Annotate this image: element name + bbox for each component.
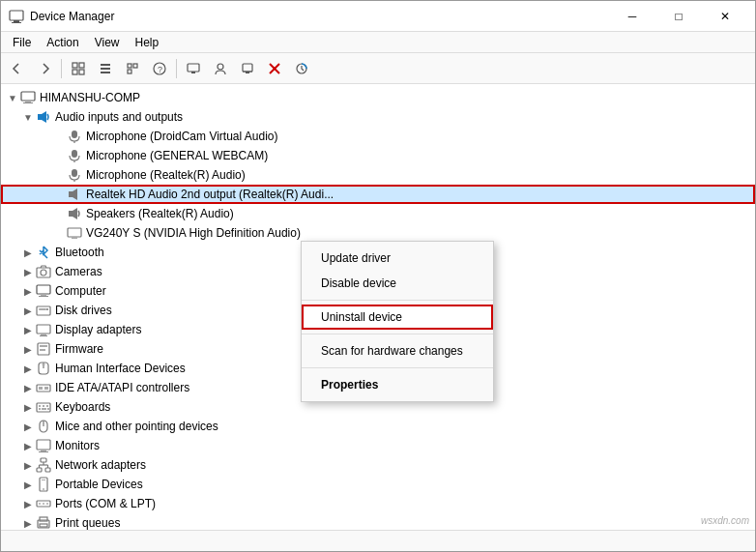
mice-expander[interactable]: ▶: [20, 417, 36, 436]
menu-file[interactable]: File: [5, 34, 39, 51]
tree-item-audio[interactable]: ▼ Audio inputs and outputs: [1, 107, 755, 127]
disk-expander[interactable]: ▶: [20, 301, 36, 320]
toolbar-sep-2: [176, 59, 177, 78]
monitor-icon: [36, 438, 51, 453]
toolbar-sep-1: [61, 59, 62, 78]
help-toolbar-button[interactable]: ?: [147, 56, 172, 81]
audio-expander[interactable]: ▼: [20, 107, 36, 127]
svg-rect-61: [37, 403, 50, 412]
svg-rect-64: [46, 405, 48, 407]
toolbar-btn-3[interactable]: [66, 56, 91, 81]
keyboards-label: Keyboards: [55, 400, 110, 414]
tree-item-mic-realtek[interactable]: ▶ Microphone (Realtek(R) Audio): [1, 165, 755, 185]
remove-button[interactable]: [262, 56, 287, 81]
tree-item-realtek-2nd[interactable]: ▶ Realtek HD Audio 2nd output (Realtek(R…: [1, 185, 755, 204]
svg-point-48: [46, 308, 48, 310]
network-expander[interactable]: ▶: [20, 455, 36, 475]
back-button[interactable]: [5, 56, 30, 81]
ports-expander[interactable]: ▶: [20, 494, 36, 513]
forward-button[interactable]: [32, 56, 57, 81]
scan-button[interactable]: [289, 56, 314, 81]
portable-expander[interactable]: ▶: [20, 475, 36, 494]
ctx-properties[interactable]: Properties: [302, 372, 493, 397]
svg-point-87: [46, 503, 48, 505]
svg-rect-62: [39, 405, 41, 407]
svg-rect-20: [246, 72, 249, 73]
svg-rect-4: [79, 63, 84, 68]
minimize-button[interactable]: ─: [610, 3, 654, 30]
svg-rect-65: [39, 408, 41, 410]
svg-rect-9: [101, 72, 110, 73]
tree-item-vg240y[interactable]: ▶ VG240Y S (NVIDIA High Definition Audio…: [1, 223, 755, 243]
svg-text:?: ?: [158, 65, 162, 74]
svg-rect-72: [41, 450, 46, 451]
svg-marker-36: [73, 189, 77, 200]
tree-item-portable[interactable]: ▶ Portable Devices: [1, 475, 755, 494]
ide-expander[interactable]: ▶: [20, 378, 36, 397]
computer-icon: [20, 90, 36, 105]
disk-label: Disk drives: [55, 304, 112, 317]
keyboard-icon: [36, 399, 51, 415]
svg-rect-11: [133, 64, 137, 68]
content-area: ▼ HIMANSHU-COMP ▼ Audio inputs and outpu…: [1, 84, 755, 530]
cameras-expander[interactable]: ▶: [20, 262, 36, 281]
ctx-scan-hardware[interactable]: Scan for hardware changes: [302, 338, 493, 363]
hid-icon: [36, 361, 51, 376]
tree-item-mic-droid[interactable]: ▶ Microphone (DroidCam Virtual Audio): [1, 127, 755, 146]
svg-rect-44: [41, 294, 46, 296]
svg-rect-16: [191, 72, 195, 73]
display-label: Display adapters: [55, 323, 141, 336]
svg-marker-38: [73, 208, 77, 219]
tree-item-ports[interactable]: ▶ Ports (COM & LPT): [1, 494, 755, 513]
toolbar-btn-7[interactable]: [181, 56, 206, 81]
svg-rect-47: [39, 308, 46, 310]
menu-bar: File Action View Help: [1, 32, 755, 53]
print-icon: [36, 515, 51, 530]
keyboards-expander[interactable]: ▶: [20, 397, 36, 417]
ctx-disable-device[interactable]: Disable device: [302, 271, 493, 296]
svg-marker-28: [42, 111, 46, 123]
audio-label: Audio inputs and outputs: [55, 110, 183, 124]
ctx-uninstall-device[interactable]: Uninstall device: [302, 305, 493, 330]
menu-action[interactable]: Action: [39, 34, 86, 51]
svg-rect-2: [12, 22, 21, 23]
tree-root[interactable]: ▼ HIMANSHU-COMP: [1, 88, 755, 107]
root-expander[interactable]: ▼: [5, 88, 20, 107]
hdmi-icon: [67, 225, 82, 241]
title-left: Device Manager: [9, 9, 114, 24]
print-expander[interactable]: ▶: [20, 513, 36, 530]
tree-item-speakers[interactable]: ▶ Speakers (Realtek(R) Audio): [1, 204, 755, 223]
ctx-update-driver[interactable]: Update driver: [302, 246, 493, 271]
maximize-button[interactable]: □: [656, 3, 701, 30]
speaker-icon: [67, 187, 82, 202]
svg-rect-26: [23, 102, 33, 103]
tree-item-monitors[interactable]: ▶ Monitors: [1, 436, 755, 455]
toolbar-btn-5[interactable]: [120, 56, 145, 81]
svg-point-82: [43, 488, 44, 490]
menu-help[interactable]: Help: [128, 34, 167, 51]
hid-expander[interactable]: ▶: [20, 359, 36, 378]
computer-expander[interactable]: ▶: [20, 281, 36, 301]
bluetooth-expander[interactable]: ▶: [20, 243, 36, 262]
portable-icon: [36, 477, 51, 492]
svg-rect-7: [101, 64, 110, 66]
firmware-expander[interactable]: ▶: [20, 339, 36, 359]
display-expander[interactable]: ▶: [20, 320, 36, 339]
context-menu: Update driver Disable device Uninstall d…: [301, 241, 494, 402]
tree-item-mic-general[interactable]: ▶ Microphone (GENERAL WEBCAM): [1, 146, 755, 165]
svg-rect-18: [243, 64, 252, 72]
monitors-expander[interactable]: ▶: [20, 436, 36, 455]
toolbar-btn-9[interactable]: [235, 56, 260, 81]
close-button[interactable]: ✕: [703, 3, 747, 30]
ports-icon: [36, 496, 51, 511]
svg-rect-27: [38, 114, 42, 120]
ctx-separator-2: [302, 334, 493, 334]
tree-item-network[interactable]: ▶ Network adapters: [1, 455, 755, 475]
tree-item-mice[interactable]: ▶ Mice and other pointing devices: [1, 417, 755, 436]
toolbar-btn-8[interactable]: [208, 56, 233, 81]
title-controls: ─ □ ✕: [610, 3, 747, 30]
svg-rect-51: [40, 335, 47, 336]
menu-view[interactable]: View: [87, 34, 128, 51]
tree-item-print[interactable]: ▶ Print queues: [1, 513, 755, 530]
toolbar-btn-4[interactable]: [93, 56, 118, 81]
